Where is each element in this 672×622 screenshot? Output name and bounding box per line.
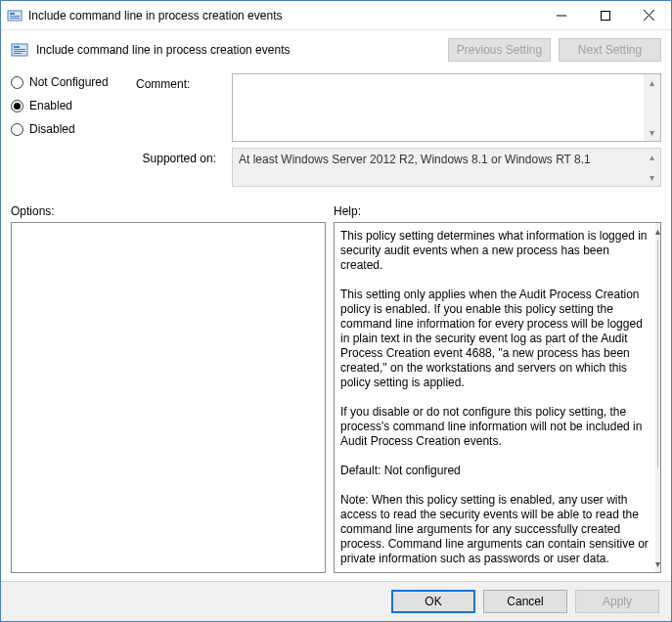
scroll-down-icon: ▾ xyxy=(655,555,660,572)
svg-rect-12 xyxy=(14,53,22,54)
scrollbar[interactable]: ▴ ▾ xyxy=(644,74,660,141)
supported-label: Supported on: xyxy=(136,148,224,187)
state-radio-group: Not Configured Enabled Disabled xyxy=(11,73,128,193)
radio-label: Not Configured xyxy=(29,75,109,89)
minimize-button[interactable] xyxy=(539,1,583,29)
policy-icon xyxy=(7,8,22,23)
ok-button[interactable]: OK xyxy=(391,590,475,613)
titlebar: Include command line in process creation… xyxy=(1,1,671,30)
apply-button[interactable]: Apply xyxy=(575,590,659,613)
supported-value: At least Windows Server 2012 R2, Windows… xyxy=(239,153,591,166)
options-label: Options: xyxy=(11,204,334,218)
setting-title: Include command line in process creation… xyxy=(36,43,440,57)
policy-icon xyxy=(11,41,28,59)
options-panel xyxy=(11,222,326,573)
config-area: Not Configured Enabled Disabled Comment:… xyxy=(1,73,671,199)
svg-rect-9 xyxy=(14,46,20,48)
scroll-down-icon: ▾ xyxy=(644,169,660,186)
scroll-thumb[interactable] xyxy=(657,240,658,467)
next-setting-button[interactable]: Next Setting xyxy=(559,38,661,62)
setting-header: Include command line in process creation… xyxy=(1,30,671,73)
radio-not-configured[interactable]: Not Configured xyxy=(11,75,128,89)
previous-setting-button[interactable]: Previous Setting xyxy=(448,38,551,62)
radio-enabled[interactable]: Enabled xyxy=(11,99,128,112)
radio-icon xyxy=(11,123,23,136)
radio-disabled[interactable]: Disabled xyxy=(11,122,128,136)
comment-label: Comment: xyxy=(136,73,224,142)
supported-on-field: At least Windows Server 2012 R2, Windows… xyxy=(232,148,661,187)
svg-rect-3 xyxy=(10,18,20,19)
section-labels: Options: Help: xyxy=(1,199,671,222)
radio-label: Enabled xyxy=(29,99,72,112)
scroll-track[interactable] xyxy=(655,240,660,555)
scroll-down-icon: ▾ xyxy=(644,124,660,141)
svg-rect-10 xyxy=(14,49,25,50)
help-label: Help: xyxy=(334,204,361,218)
radio-icon xyxy=(11,100,23,112)
scrollbar: ▴ ▾ xyxy=(644,149,660,186)
help-panel: This policy setting determines what info… xyxy=(334,222,661,573)
cancel-button[interactable]: Cancel xyxy=(483,590,567,613)
svg-rect-2 xyxy=(10,16,20,17)
panels: This policy setting determines what info… xyxy=(1,222,671,581)
dialog-footer: OK Cancel Apply xyxy=(1,581,671,621)
scroll-up-icon: ▴ xyxy=(644,149,660,165)
radio-label: Disabled xyxy=(29,122,75,136)
window-controls xyxy=(539,1,671,29)
svg-rect-5 xyxy=(601,11,609,20)
window-title: Include command line in process creation… xyxy=(28,9,539,22)
radio-icon xyxy=(11,76,23,89)
help-text: This policy setting determines what info… xyxy=(335,223,655,572)
scrollbar[interactable]: ▴ ▾ xyxy=(655,223,660,572)
svg-rect-1 xyxy=(10,13,15,15)
scroll-up-icon: ▴ xyxy=(655,223,660,240)
close-button[interactable] xyxy=(627,1,671,29)
svg-rect-11 xyxy=(14,51,25,52)
maximize-button[interactable] xyxy=(583,1,627,29)
comment-input[interactable]: ▴ ▾ xyxy=(232,73,661,142)
scroll-up-icon: ▴ xyxy=(644,74,660,91)
